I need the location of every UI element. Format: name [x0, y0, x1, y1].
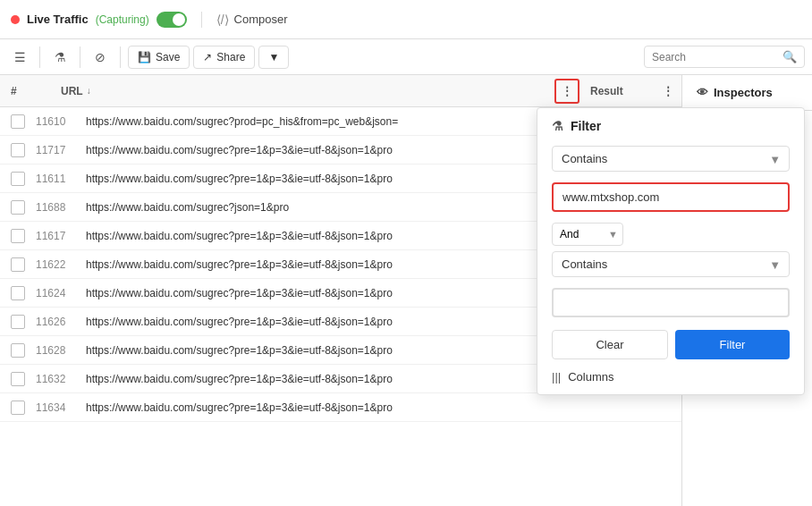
contains1-select[interactable]: Contains Does not contain Equals Starts … — [552, 146, 790, 172]
top-bar: Live Traffic (Capturing) ⟨/⟩ Composer — [0, 0, 812, 39]
search-input[interactable] — [652, 51, 777, 63]
row-icon — [11, 343, 25, 358]
row-icon — [11, 372, 25, 386]
row-num: 11634 — [25, 401, 79, 414]
save-button[interactable]: 💾 Save — [128, 46, 190, 69]
toolbar-divider-1 — [39, 46, 40, 68]
row-num: 11628 — [25, 344, 79, 357]
search-box: 🔍 — [644, 46, 805, 68]
row-icon — [11, 114, 25, 129]
columns-section[interactable]: ||| Columns — [537, 363, 804, 387]
contains1-select-wrapper: Contains Does not contain Equals Starts … — [552, 146, 790, 172]
filter-dropdown-panel: ⚗ Filter Contains Does not contain Equal… — [537, 107, 805, 395]
row-url: https://www.baidu.com/sugrec?pre=1&p=3&i… — [79, 401, 681, 414]
clear-button[interactable]: Clear — [552, 330, 668, 359]
filter-apply-button[interactable]: Filter — [675, 330, 790, 359]
live-traffic-label: Live Traffic — [27, 13, 89, 26]
row-icon — [11, 401, 25, 415]
composer-icon: ⟨/⟩ — [216, 13, 229, 27]
row-icon — [11, 257, 25, 272]
table-header: # URL ↓ ⋮ Result ⋮ — [0, 75, 681, 107]
filter-funnel-icon: ⚗ — [552, 119, 563, 133]
composer-label: Composer — [234, 13, 288, 26]
composer-section: ⟨/⟩ Composer — [202, 13, 288, 27]
row-icon — [11, 172, 25, 186]
columns-label: Columns — [568, 370, 613, 384]
search-icon: 🔍 — [782, 50, 797, 63]
live-traffic-dot — [11, 15, 20, 24]
row-icon — [11, 143, 25, 157]
panel-actions: Clear Filter — [537, 323, 804, 363]
table-row[interactable]: 11634 https://www.baidu.com/sugrec?pre=1… — [0, 393, 681, 422]
capturing-label: (Capturing) — [96, 13, 149, 26]
contains2-select[interactable]: Contains Does not contain Equals Starts … — [552, 251, 790, 277]
row-icon — [11, 286, 25, 300]
and-row: And Or ▼ — [552, 223, 790, 246]
row-num: 11632 — [25, 373, 79, 385]
filter-text-input-2[interactable] — [552, 288, 790, 317]
inspectors-tab[interactable]: 👁 Inspectors — [682, 75, 812, 111]
column-filter-button[interactable]: ⋮ — [554, 79, 579, 104]
col-more-button[interactable]: ⋮ — [655, 85, 681, 97]
col-url-header: URL ↓ — [54, 85, 551, 97]
and-select[interactable]: And Or — [552, 223, 623, 246]
row-icon — [11, 315, 25, 329]
to-button[interactable]: ⊘ — [88, 45, 113, 70]
hamburger-button[interactable]: ☰ — [7, 45, 32, 70]
filter-button[interactable]: ⚗ — [47, 45, 72, 70]
row-num: 11624 — [25, 287, 79, 299]
eye-icon: 👁 — [697, 86, 708, 99]
columns-icon: ||| — [552, 370, 561, 384]
row-num: 11622 — [25, 258, 79, 271]
toolbar-divider-2 — [80, 46, 80, 68]
row-num: 11717 — [25, 144, 79, 156]
live-traffic-section: Live Traffic (Capturing) — [11, 12, 202, 28]
share-icon: ↗ — [203, 51, 212, 63]
dropdown-arrow-button[interactable]: ▼ — [258, 46, 289, 69]
save-icon: 💾 — [138, 51, 151, 63]
filter-panel-title: Filter — [571, 119, 601, 133]
share-button[interactable]: ↗ Share — [193, 46, 255, 69]
capturing-toggle[interactable] — [156, 12, 187, 28]
col-num-header: # — [0, 85, 54, 97]
chevron-down-icon: ▼ — [268, 51, 279, 63]
toolbar-divider-3 — [120, 46, 121, 68]
filter-panel-header: ⚗ Filter — [537, 108, 804, 140]
contains2-select-wrapper: Contains Does not contain Equals Starts … — [552, 251, 790, 277]
toolbar: ☰ ⚗ ⊘ 💾 Save ↗ Share ▼ 🔍 — [0, 39, 812, 75]
row-num: 11611 — [25, 173, 79, 185]
filter-text-input[interactable] — [552, 182, 790, 212]
inspectors-label: Inspectors — [714, 86, 773, 99]
row-num: 11626 — [25, 316, 79, 328]
row-num: 11610 — [25, 115, 79, 128]
and-select-wrapper: And Or ▼ — [552, 223, 623, 246]
col-result-header: Result — [583, 85, 655, 97]
row-num: 11688 — [25, 201, 79, 214]
row-icon — [11, 229, 25, 243]
sort-arrow: ↓ — [87, 86, 91, 96]
row-num: 11617 — [25, 230, 79, 242]
row-icon — [11, 200, 25, 215]
